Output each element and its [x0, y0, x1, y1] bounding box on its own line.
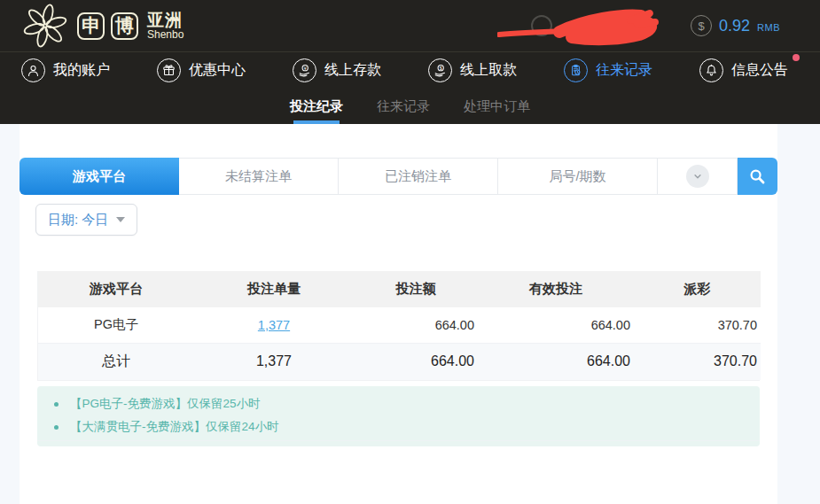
- tab-label: 已注销注单: [385, 168, 451, 185]
- date-filter-button[interactable]: 日期: 今日: [35, 204, 137, 236]
- bet-count-link[interactable]: 1,377: [258, 318, 290, 332]
- sub-nav: 投注纪录 往来记录 处理中订单: [0, 89, 820, 124]
- cell-payout: 370.70: [634, 307, 761, 343]
- redaction-scribble: [497, 4, 675, 47]
- flower-logo-icon: [21, 2, 69, 50]
- withdraw-icon: $: [428, 58, 452, 82]
- filter-tab-bar: 游戏平台 未结算注单 已注销注单 局号/期数: [20, 158, 777, 195]
- section-divider: [37, 440, 760, 441]
- tab-unsettled-bets[interactable]: 未结算注单: [179, 158, 339, 195]
- cell-platform: PG电子: [38, 307, 194, 343]
- col-header-bet-count: 投注单量: [194, 271, 354, 307]
- col-header-payout: 派彩: [634, 271, 761, 307]
- table-total-row: 总计 1,377 664.00 664.00 370.70: [38, 343, 761, 380]
- date-filter-label: 日期: 今日: [48, 212, 108, 229]
- gift-icon: [157, 58, 181, 82]
- nav-label: 线上存款: [324, 61, 381, 80]
- nav-label: 线上取款: [460, 61, 517, 80]
- cell-total-bet-amount: 664.00: [354, 343, 478, 380]
- tab-label: 游戏平台: [73, 168, 126, 185]
- subnav-item-pending-orders[interactable]: 处理中订单: [462, 89, 532, 124]
- cell-total-valid-bet: 664.00: [478, 343, 634, 380]
- nav-label: 往来记录: [596, 61, 652, 80]
- notice-text: 【大满贯电子-免费游戏】仅保留24小时: [70, 419, 279, 435]
- main-nav: 我的账户 优惠中心 ¥ 线上存款: [0, 51, 820, 89]
- notification-dot: [793, 54, 800, 61]
- expand-dropdown[interactable]: [658, 158, 738, 195]
- svg-text:$: $: [440, 66, 442, 71]
- coin-symbol: $: [698, 19, 704, 33]
- nav-item-my-account[interactable]: 我的账户: [21, 58, 110, 82]
- tab-label: 局号/期数: [549, 168, 605, 185]
- bullet-icon: [54, 425, 59, 430]
- top-header: 申 博 亚洲 Shenbo $: [0, 0, 820, 51]
- notice-item: 【PG电子-免费游戏】仅保留25小时: [37, 392, 760, 415]
- col-header-valid-bet: 有效投注: [478, 271, 634, 307]
- deposit-icon: ¥: [293, 58, 316, 82]
- tab-game-platform[interactable]: 游戏平台: [20, 158, 179, 195]
- cell-total-count: 1,377: [194, 343, 354, 380]
- content-area: 游戏平台 未结算注单 已注销注单 局号/期数: [0, 124, 820, 504]
- user-icon: [21, 58, 45, 82]
- subnav-label: 投注纪录: [290, 98, 343, 115]
- col-header-bet-amount: 投注额: [354, 271, 478, 307]
- notice-panel: 【PG电子-免费游戏】仅保留25小时 【大满贯电子-免费游戏】仅保留24小时: [37, 386, 760, 446]
- subnav-label: 处理中订单: [464, 98, 530, 115]
- cell-valid-bet: 664.00: [478, 307, 634, 343]
- records-icon: [564, 58, 588, 82]
- nav-label: 优惠中心: [189, 61, 246, 80]
- balance-display[interactable]: $ 0.92 RMB: [691, 15, 780, 36]
- col-header-platform: 游戏平台: [38, 271, 194, 307]
- subnav-label: 往来记录: [377, 98, 430, 115]
- search-button[interactable]: [738, 158, 777, 195]
- subnav-item-transaction-records[interactable]: 往来记录: [375, 89, 432, 124]
- nav-item-deposit[interactable]: ¥ 线上存款: [293, 58, 381, 82]
- chevron-down-icon: [686, 165, 709, 188]
- logo-region: 亚洲: [147, 12, 184, 29]
- logo-char-2: 博: [111, 12, 138, 40]
- caret-down-icon: [116, 217, 125, 222]
- bell-icon: [699, 58, 723, 82]
- nav-item-announcements[interactable]: 信息公告: [699, 58, 788, 82]
- balance-currency: RMB: [757, 22, 780, 33]
- nav-label: 我的账户: [53, 61, 110, 80]
- svg-text:¥: ¥: [304, 66, 307, 71]
- brand-logo[interactable]: 申 博 亚洲 Shenbo: [0, 2, 184, 50]
- cell-bet-amount: 664.00: [354, 307, 478, 343]
- user-account-area[interactable]: [497, 4, 675, 47]
- logo-brand-en: Shenbo: [147, 29, 184, 41]
- tab-label: 未结算注单: [225, 168, 292, 185]
- subnav-item-bet-records[interactable]: 投注纪录: [288, 89, 345, 124]
- nav-item-withdraw[interactable]: $ 线上取款: [428, 58, 517, 82]
- search-icon: [747, 167, 768, 187]
- balance-amount: 0.92: [719, 17, 750, 35]
- notice-item: 【大满贯电子-免费游戏】仅保留24小时: [37, 415, 760, 438]
- nav-label: 信息公告: [731, 61, 788, 80]
- nav-item-promotions[interactable]: 优惠中心: [157, 58, 246, 82]
- nav-item-transaction-records[interactable]: 往来记录: [564, 58, 652, 82]
- table-row: PG电子 1,377 664.00 664.00 370.70: [38, 307, 761, 343]
- cell-total-payout: 370.70: [634, 343, 761, 380]
- coin-icon: $: [691, 15, 712, 36]
- notice-text: 【PG电子-免费游戏】仅保留25小时: [70, 396, 261, 412]
- bullet-icon: [54, 402, 59, 407]
- main-card: 游戏平台 未结算注单 已注销注单 局号/期数: [20, 124, 777, 504]
- page: 申 博 亚洲 Shenbo $: [0, 0, 820, 504]
- logo-char-1: 申: [77, 12, 105, 40]
- cell-total-label: 总计: [38, 343, 194, 380]
- tab-round-number[interactable]: 局号/期数: [498, 158, 658, 195]
- bet-summary-table: 游戏平台 投注单量 投注额 有效投注 派彩 PG电子 1,377: [37, 271, 760, 381]
- tab-cancelled-bets[interactable]: 已注销注单: [339, 158, 498, 195]
- table-header-row: 游戏平台 投注单量 投注额 有效投注 派彩: [38, 271, 761, 307]
